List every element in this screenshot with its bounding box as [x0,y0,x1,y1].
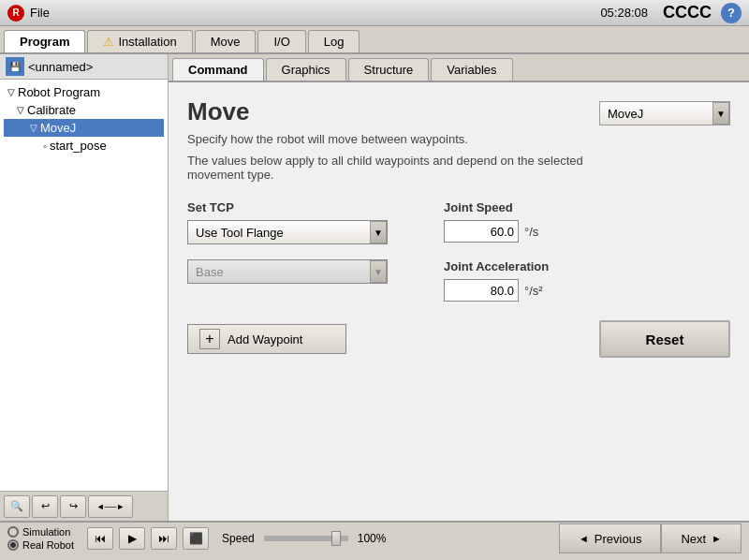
tree-arrow: ▽ [17,105,24,115]
tab-log[interactable]: Log [308,30,360,52]
sub-tabs: Command Graphics Structure Variables [169,54,749,82]
previous-label: Previous [595,532,642,546]
tree-item-calibrate[interactable]: ▽ Calibrate [4,101,164,119]
section-title: Move [187,97,599,126]
base-col: Base ▼ [187,259,388,302]
content-area: 💾 <unnamed> ▽ Robot Program ▽ Calibrate … [0,54,749,521]
form-row: Set TCP Use Tool Flange ▼ Joint Speed 60… [187,200,730,244]
sub-tab-variables[interactable]: Variables [431,58,512,81]
robot-mode-group: Simulation Real Robot [7,526,74,551]
tree-item-movej[interactable]: ▽ MoveJ [4,119,164,137]
base-dropdown-arrow[interactable]: ▼ [370,260,387,283]
speed-thumb[interactable] [331,531,341,546]
help-button[interactable]: ? [721,3,742,23]
main-tabs: Program ⚠ Installation Move I/O Log [0,26,749,54]
reset-button[interactable]: Reset [599,320,730,358]
program-name: <unnamed> [28,60,93,74]
add-waypoint-label: Add Waypoint [228,332,302,346]
speed-value: 100% [358,532,387,545]
next-arrow-icon: ► [712,533,722,544]
tab-move[interactable]: Move [195,30,257,52]
simulation-radio-dot [7,526,19,538]
tree-node-icon: ◦ [43,140,47,152]
play-button[interactable]: ▶ [119,527,145,550]
connection-status: CCCC [663,3,712,22]
real-robot-radio[interactable]: Real Robot [7,539,74,551]
tcp-col: Set TCP Use Tool Flange ▼ [187,200,388,244]
warning-icon: ⚠ [103,35,114,49]
add-waypoint-button[interactable]: + Add Waypoint [187,324,346,354]
panel-header: 💾 <unnamed> [0,54,168,80]
speed-unit: °/s [524,225,538,239]
previous-button[interactable]: ◄ Previous [559,523,661,553]
section-subtitle: Specify how the robot will move between … [187,132,599,146]
tab-installation[interactable]: ⚠ Installation [87,30,192,52]
move-button[interactable]: ◄──► [88,495,133,518]
next-button[interactable]: Next ► [661,523,742,553]
right-panel: Command Graphics Structure Variables Mov… [169,54,749,521]
step-forward-button[interactable]: ⏭ [151,527,177,550]
speed-control-row: 60.0 °/s [444,220,538,243]
left-panel: 💾 <unnamed> ▽ Robot Program ▽ Calibrate … [0,54,169,521]
main-content: Move Specify how the robot will move bet… [169,82,749,521]
tcp-dropdown-arrow[interactable]: ▼ [370,221,387,243]
tree-label: Robot Program [18,85,100,99]
accel-unit: °/s² [524,284,543,298]
speed-label: Joint Speed [444,200,538,214]
clock: 05:28:08 [600,6,648,20]
prev-arrow-icon: ◄ [579,533,589,544]
tcp-value: Use Tool Flange [196,226,284,240]
nav-buttons: ◄ Previous Next ► [559,523,742,553]
tab-io[interactable]: I/O [257,30,305,52]
tree-label: start_pose [50,139,107,153]
speed-slider[interactable] [264,536,348,541]
sub-tab-graphics[interactable]: Graphics [266,58,346,81]
undo-button[interactable]: ↩ [32,495,58,518]
redo-button[interactable]: ↪ [60,495,86,518]
form-row-2: Base ▼ Joint Acceleration 80.0 °/s² [187,259,730,302]
tree-item-start-pose[interactable]: ◦ start_pose [4,137,164,155]
tcp-label: Set TCP [187,200,388,214]
move-type-value: MoveJ [608,107,643,121]
tree-label: Calibrate [27,103,76,117]
bottom-toolbar: Simulation Real Robot ⏮ ▶ ⏭ ⬛ Speed 100%… [0,521,749,554]
rewind-button[interactable]: ⏮ [87,527,113,550]
tree-arrow: ▽ [7,87,15,97]
section-description: The values below apply to all child wayp… [187,154,599,182]
app-logo: R [7,5,24,22]
program-tree: ▽ Robot Program ▽ Calibrate ▽ MoveJ ◦ st… [0,80,168,491]
tab-program[interactable]: Program [4,30,85,52]
file-menu[interactable]: File [30,6,50,20]
accel-label: Joint Acceleration [444,259,549,273]
simulation-label: Simulation [22,526,70,538]
tree-item-robot-program[interactable]: ▽ Robot Program [4,83,164,101]
accel-input[interactable]: 80.0 [444,279,519,302]
plus-icon: + [199,329,220,349]
speed-label: Speed [222,532,255,545]
titlebar: R File 05:28:08 CCCC ? [0,0,749,26]
real-robot-label: Real Robot [22,539,74,551]
speed-input[interactable]: 60.0 [444,220,519,243]
sub-tab-command[interactable]: Command [172,58,264,81]
action-row: + Add Waypoint Reset [187,320,730,358]
stop-button[interactable]: ⬛ [183,527,209,550]
tree-arrow: ▽ [30,123,37,133]
base-dropdown[interactable]: Base ▼ [187,259,388,284]
tree-label: MoveJ [40,121,76,135]
real-robot-radio-dot [7,539,19,551]
save-icon[interactable]: 💾 [6,57,24,76]
tcp-dropdown[interactable]: Use Tool Flange ▼ [187,220,388,244]
left-toolbar: 🔍 ↩ ↪ ◄──► [0,491,168,521]
speed-col: Joint Speed 60.0 °/s [444,200,538,244]
sub-tab-structure[interactable]: Structure [348,58,430,81]
move-type-arrow[interactable]: ▼ [712,102,729,125]
accel-control-row: 80.0 °/s² [444,279,549,302]
next-label: Next [681,532,706,546]
accel-col: Joint Acceleration 80.0 °/s² [444,259,549,302]
search-button[interactable]: 🔍 [4,495,30,518]
base-value: Base [196,265,224,279]
simulation-radio[interactable]: Simulation [7,526,74,538]
move-type-dropdown[interactable]: MoveJ ▼ [599,101,730,125]
